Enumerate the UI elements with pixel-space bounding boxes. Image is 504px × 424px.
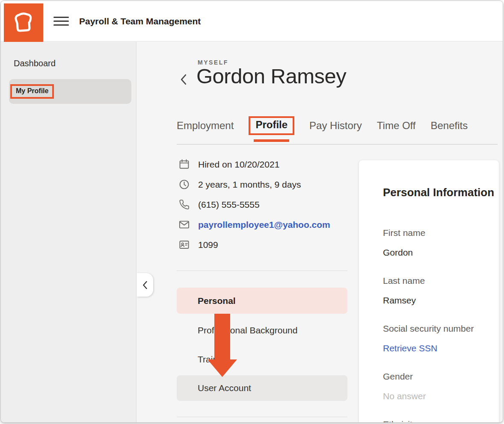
- personal-information-card: Personal Information First name Gordon L…: [359, 160, 499, 422]
- retrieve-ssn-link[interactable]: Retrieve SSN: [383, 343, 499, 354]
- sidebar-collapse-button[interactable]: [137, 273, 153, 297]
- menu-icon[interactable]: [53, 17, 69, 26]
- profile-tab-annotation-box: Profile: [249, 116, 294, 135]
- list-item-hire-date: Hired on 10/20/2021: [178, 158, 330, 171]
- main-content: MYSELF Gordon Ramsey Employment Profile …: [137, 42, 503, 422]
- section-nav-training[interactable]: Training: [177, 346, 347, 372]
- field-label: Gender: [383, 371, 499, 382]
- envelope-icon: [178, 219, 190, 230]
- field-ssn: Social security number Retrieve SSN: [383, 323, 499, 354]
- clock-icon: [178, 179, 190, 190]
- tab-pay-history[interactable]: Pay History: [309, 120, 362, 132]
- section-nav-professional-background[interactable]: Professional Background: [177, 317, 347, 343]
- divider: [177, 417, 347, 417]
- section-nav-training-label: Training: [198, 354, 230, 365]
- page-title: Gordon Ramsey: [196, 64, 346, 88]
- tab-benefits[interactable]: Benefits: [430, 120, 468, 132]
- section-nav-user-account-label: User Account: [198, 383, 251, 393]
- field-label: Last name: [383, 275, 499, 286]
- field-ethnicity-partial: Ethnicity: [383, 419, 499, 422]
- field-value: Gordon: [383, 247, 499, 258]
- list-item-employee-type: 1099: [178, 238, 330, 251]
- hire-date-text: Hired on 10/20/2021: [198, 159, 279, 170]
- tab-time-off[interactable]: Time Off: [377, 120, 416, 132]
- top-bar: Payroll & Team Management: [1, 1, 503, 41]
- divider: [177, 271, 347, 271]
- employee-summary-list: Hired on 10/20/2021 2 years, 1 months, 9…: [178, 158, 330, 251]
- field-value: No answer: [383, 391, 499, 402]
- sidebar-item-dashboard[interactable]: Dashboard: [14, 59, 56, 68]
- my-profile-annotation-box: My Profile: [10, 84, 54, 99]
- card-fields: First name Gordon Last name Ramsey Socia…: [383, 227, 499, 422]
- field-label: First name: [383, 227, 499, 238]
- tab-employment[interactable]: Employment: [177, 120, 234, 132]
- phone-text: (615) 555-5555: [198, 200, 260, 210]
- list-item-email: payrollemployee1@yahoo.com: [178, 218, 330, 231]
- calendar-icon: [178, 159, 190, 170]
- id-card-icon: [178, 239, 190, 250]
- chevron-left-icon: [180, 74, 187, 85]
- sidebar: Dashboard My Profile: [1, 42, 136, 422]
- employee-type-text: 1099: [198, 240, 218, 250]
- list-item-tenure: 2 years, 1 months, 9 days: [178, 178, 330, 191]
- sidebar-item-my-profile[interactable]: My Profile: [9, 79, 131, 104]
- field-last-name: Last name Ramsey: [383, 275, 499, 306]
- section-nav-user-account[interactable]: User Account: [177, 375, 347, 401]
- tab-profile[interactable]: Profile: [255, 119, 288, 130]
- field-first-name: First name Gordon: [383, 227, 499, 258]
- email-link[interactable]: payrollemployee1@yahoo.com: [198, 220, 330, 230]
- chevron-left-icon: [142, 281, 148, 289]
- section-nav-personal-label: Personal: [198, 296, 236, 306]
- app-title: Payroll & Team Management: [79, 16, 201, 26]
- back-button[interactable]: [178, 74, 189, 86]
- list-item-phone: (615) 555-5555: [178, 198, 330, 211]
- field-label: Ethnicity: [383, 419, 499, 422]
- field-gender: Gender No answer: [383, 371, 499, 402]
- toast-bread-icon: [12, 12, 35, 34]
- field-value: Ramsey: [383, 295, 499, 306]
- app-window: Payroll & Team Management Dashboard My P…: [0, 0, 503, 423]
- toast-logo[interactable]: [4, 3, 43, 42]
- phone-icon: [178, 199, 190, 210]
- card-title: Personal Information: [383, 186, 499, 199]
- section-nav-professional-background-label: Professional Background: [198, 325, 297, 336]
- section-nav-personal[interactable]: Personal: [177, 288, 347, 314]
- tenure-text: 2 years, 1 months, 9 days: [198, 180, 301, 190]
- tab-bar: Employment Profile Pay History Time Off …: [177, 115, 498, 144]
- field-label: Social security number: [383, 323, 499, 334]
